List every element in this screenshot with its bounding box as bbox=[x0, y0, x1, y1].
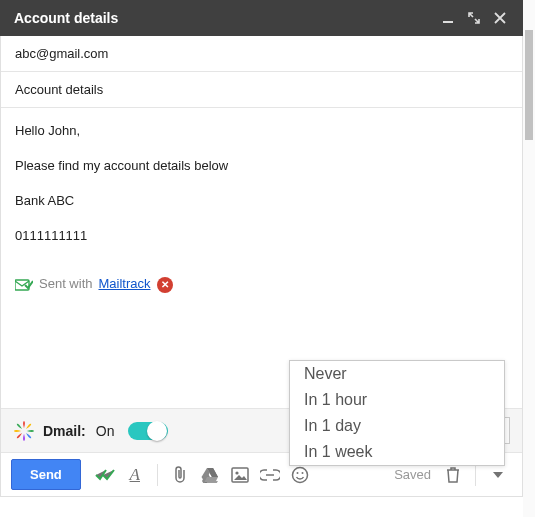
svg-rect-0 bbox=[443, 21, 453, 23]
compose-titlebar: Account details bbox=[0, 0, 523, 36]
mailtrack-signature: Sent with Mailtrack ✕ bbox=[15, 275, 508, 294]
mailtrack-link[interactable]: Mailtrack bbox=[98, 275, 150, 294]
page-scrollbar-track bbox=[523, 0, 535, 517]
insert-link-icon[interactable] bbox=[256, 461, 284, 489]
dmail-logo-icon bbox=[13, 420, 35, 442]
subject-field[interactable]: Account details bbox=[1, 72, 522, 108]
body-line: 0111111111 bbox=[15, 227, 508, 246]
destroy-dropdown: Never In 1 hour In 1 day In 1 week bbox=[289, 360, 505, 466]
svg-point-6 bbox=[235, 471, 238, 474]
drive-icon[interactable] bbox=[196, 461, 224, 489]
close-icon[interactable] bbox=[487, 5, 513, 31]
compose-title: Account details bbox=[14, 10, 435, 26]
mailtrack-prefix: Sent with bbox=[39, 275, 92, 294]
dmail-label: Dmail: bbox=[43, 423, 86, 439]
toggle-knob bbox=[147, 421, 167, 441]
to-field[interactable]: abc@gmail.com bbox=[1, 36, 522, 72]
destroy-option-never[interactable]: Never bbox=[290, 361, 504, 387]
minimize-icon[interactable] bbox=[435, 5, 461, 31]
mailtrack-toolbar-icon[interactable] bbox=[91, 461, 119, 489]
svg-rect-1 bbox=[15, 280, 29, 290]
dmail-state: On bbox=[96, 423, 115, 439]
mailtrack-icon bbox=[15, 278, 33, 292]
toolbar-separator bbox=[475, 464, 476, 486]
formatting-icon[interactable]: A bbox=[121, 461, 149, 489]
toolbar-separator bbox=[157, 464, 158, 486]
svg-point-7 bbox=[292, 467, 307, 482]
page-scrollbar-thumb[interactable] bbox=[525, 30, 533, 140]
send-button[interactable]: Send bbox=[11, 459, 81, 490]
destroy-option-1day[interactable]: In 1 day bbox=[290, 413, 504, 439]
body-line: Bank ABC bbox=[15, 192, 508, 211]
destroy-option-1hour[interactable]: In 1 hour bbox=[290, 387, 504, 413]
saved-status: Saved bbox=[394, 467, 431, 482]
expand-icon[interactable] bbox=[461, 5, 487, 31]
attach-icon[interactable] bbox=[166, 461, 194, 489]
body-line: Please find my account details below bbox=[15, 157, 508, 176]
insert-photo-icon[interactable] bbox=[226, 461, 254, 489]
dmail-toggle[interactable] bbox=[128, 422, 168, 440]
svg-point-9 bbox=[301, 472, 303, 474]
svg-point-8 bbox=[296, 472, 298, 474]
body-line: Hello John, bbox=[15, 122, 508, 141]
destroy-option-1week[interactable]: In 1 week bbox=[290, 439, 504, 465]
mailtrack-remove-icon[interactable]: ✕ bbox=[157, 277, 173, 293]
